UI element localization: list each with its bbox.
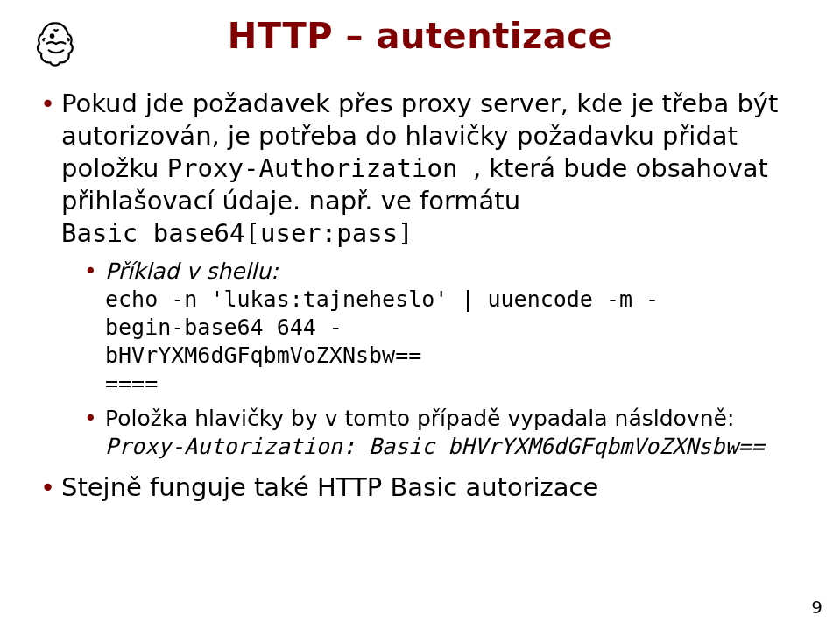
bullet-text: Stejně funguje také HTTP Basic autorizac… [61,472,598,502]
svg-point-0 [51,34,53,37]
slide: HTTP – autentizace Pokud jde požadavek p… [0,0,840,630]
slide-header: HTTP – autentizace [32,16,808,68]
sub-bullet-label: Příklad v shellu: [105,258,279,284]
bullet-proxy-auth: Pokud jde požadavek přes proxy server, k… [37,88,808,461]
sub-bullet-shell-example: Příklad v shellu: echo -n 'lukas:tajnehe… [61,258,808,398]
code-block: echo -n 'lukas:tajneheslo' | uuencode -m… [105,286,808,398]
page-number: 9 [811,597,822,618]
sub-bullet-header-example: Položka hlavičky by v tomto případě vypa… [61,405,808,461]
lion-crest-icon [32,19,81,68]
code-block: Proxy-Autorization: Basic bHVrYXM6dGFqbm… [105,433,808,461]
bullet-basic-auth: Stejně funguje také HTTP Basic autorizac… [37,471,808,504]
sub-bullet-text: Položka hlavičky by v tomto případě vypa… [105,406,734,431]
inline-code: Proxy-Authorization [167,153,473,183]
slide-content: Pokud jde požadavek přes proxy server, k… [32,88,808,504]
code-line: Basic base64[user:pass] [61,218,413,248]
slide-title: HTTP – autentizace [81,16,808,56]
